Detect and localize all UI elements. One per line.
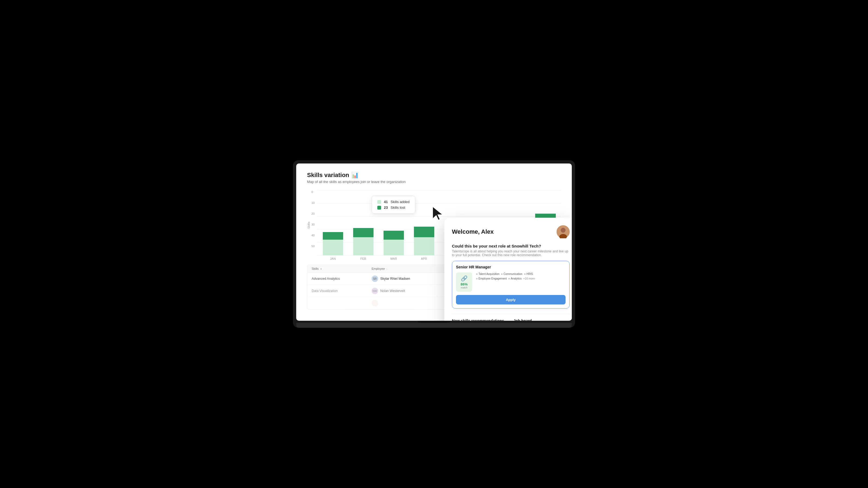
- x-label-mar: MAR: [381, 257, 406, 260]
- chart-icon: 📊: [351, 172, 359, 178]
- job-rec-description: Talentscope is all about helping you rea…: [452, 250, 569, 257]
- user-avatar: [557, 225, 569, 238]
- bar-lost: [383, 231, 404, 240]
- chart-legend: 41 Skills added 23 Skills lost: [372, 196, 415, 214]
- match-label: match: [458, 286, 470, 289]
- skill-name: Advanced Analytics: [312, 277, 372, 281]
- skills-row-2: Employee Engagement Analytics +16 more: [476, 277, 565, 280]
- title-text: Skills variation: [307, 172, 349, 178]
- legend-added: 41 Skills added: [377, 200, 410, 204]
- welcome-title: Welcome, Alex: [452, 228, 494, 235]
- job-skills: Talent Acquisition Communication HRIS: [476, 272, 565, 282]
- legend-lost-count: 23: [384, 205, 388, 209]
- bar-group-feb: [350, 228, 376, 255]
- employee-cell: SR Skylar Rhiel Madsen: [372, 275, 446, 282]
- bar-added: [383, 240, 404, 255]
- col-header-skills: Skills ▼: [312, 267, 372, 270]
- laptop-notch: [418, 321, 450, 323]
- legend-added-dot: [377, 200, 381, 204]
- col-header-employee: Employee ↕: [372, 267, 446, 270]
- skill-tag: Communication: [501, 272, 522, 275]
- skill-tag-more: +16 more: [523, 277, 535, 280]
- bar-lost: [414, 227, 434, 237]
- legend-added-label: Skills added: [391, 200, 410, 204]
- job-title: Senior HR Manager: [456, 265, 565, 269]
- skills-row-1: Talent Acquisition Communication HRIS: [476, 272, 565, 275]
- bar-added: [353, 237, 373, 255]
- y-axis-labels: 50 40 30 20 10 0: [311, 190, 317, 255]
- job-rec-question: Could this be your next role at Snowhill…: [452, 244, 569, 248]
- welcome-panel: Welcome, Alex Could this be your next ro…: [444, 218, 572, 321]
- chart-subtitle: Map of all the skills as employees join …: [307, 180, 561, 184]
- match-icon: 🔗: [458, 275, 470, 282]
- skill-tag: Talent Acquisition: [476, 272, 499, 275]
- skill-tag: Employee Engagement: [476, 277, 507, 280]
- welcome-header: Welcome, Alex: [452, 225, 569, 238]
- avatar: NW: [372, 288, 378, 294]
- laptop-container: Skills variation 📊 Map of all the skills…: [293, 160, 575, 328]
- job-card-body: 🔗 86% match Talent Acquisition: [456, 272, 565, 292]
- skill-tag: HRIS: [524, 272, 533, 275]
- match-badge: 🔗 86% match: [456, 272, 472, 292]
- avatar: [372, 300, 378, 306]
- bar-added: [323, 240, 343, 255]
- job-board-title: Job board: [514, 319, 569, 321]
- chart-title: Skills variation 📊: [307, 172, 561, 178]
- sort-icon-employee[interactable]: ↕: [386, 268, 388, 270]
- legend-added-count: 41: [384, 200, 388, 204]
- cursor-arrow: [431, 205, 445, 224]
- legend-lost: 23 Skills lost: [377, 205, 410, 209]
- svg-point-1: [561, 228, 565, 233]
- legend-lost-label: Skills lost: [391, 205, 405, 209]
- employee-cell: NW Nolan Westervelt: [372, 288, 446, 294]
- x-label-jan: JAN: [320, 257, 346, 260]
- bar-lost: [323, 232, 343, 240]
- sort-icon-skills[interactable]: ▼: [320, 268, 322, 270]
- avatar: SR: [372, 275, 378, 282]
- y-axis-label: Skills: [307, 222, 310, 229]
- legend-lost-dot: [377, 206, 381, 209]
- bar-group-mar: [381, 231, 406, 255]
- divider: [452, 314, 569, 314]
- screen: Skills variation 📊 Map of all the skills…: [296, 163, 572, 321]
- bar-added: [414, 237, 434, 255]
- new-skills-title: New skills recommendations: [452, 319, 508, 321]
- x-label-feb: FEB: [350, 257, 376, 260]
- employee-name: Skylar Rhiel Madsen: [380, 277, 410, 281]
- bar-group-jan: [320, 232, 346, 255]
- match-percent: 86%: [458, 282, 470, 286]
- bar-lost: [353, 228, 373, 237]
- job-board-section: Job board AG Allison Gouse opened a new …: [514, 319, 569, 321]
- skill-tag: Analytics: [508, 277, 522, 280]
- x-label-apr: APR: [411, 257, 437, 260]
- apply-button[interactable]: Apply: [456, 295, 565, 304]
- job-card: Senior HR Manager 🔗 86% match Talent A: [452, 261, 569, 308]
- panel-bottom: New skills recommendations Strategic Pla…: [452, 319, 569, 321]
- laptop-base: [296, 323, 572, 328]
- employee-name: Nolan Westervelt: [380, 289, 405, 293]
- bar-group-apr: [411, 227, 437, 255]
- job-recommendation: Could this be your next role at Snowhill…: [452, 244, 569, 308]
- skill-name: Data Visualization: [312, 289, 372, 293]
- new-skills-section: New skills recommendations Strategic Pla…: [452, 319, 508, 321]
